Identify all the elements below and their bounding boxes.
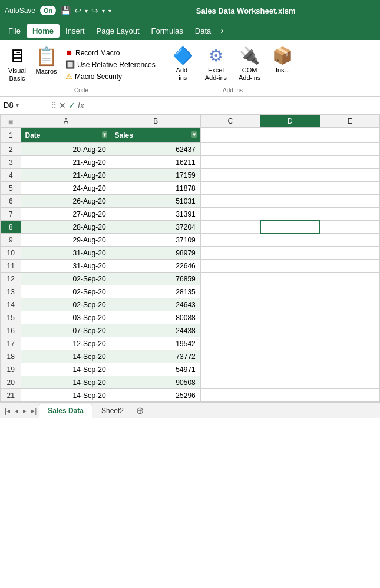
record-macro-button[interactable]: ⏺ Record Macro [63,47,122,58]
excel-addins-button[interactable]: ⚙ ExcelAdd-ins [200,45,232,83]
insert-addins-button[interactable]: 📦 Ins... [267,45,298,75]
cell-b18[interactable]: 73772 [111,350,200,363]
sheet-nav-prev[interactable]: ◂ [12,407,21,415]
cell-b21[interactable]: 25296 [111,389,200,402]
cell-b7[interactable]: 31391 [111,208,200,221]
cell-d6[interactable] [260,195,320,208]
cell-d19[interactable] [260,363,320,376]
cell-c6[interactable] [200,195,260,208]
cell-d7[interactable] [260,208,320,221]
formula-confirm-icon[interactable]: ✓ [68,101,75,110]
cell-b13[interactable]: 28135 [111,285,200,298]
cell-d10[interactable] [260,247,320,260]
cell-b12[interactable]: 76859 [111,273,200,285]
add-sheet-button[interactable]: ⊕ [133,405,147,416]
cell-b17[interactable]: 19542 [111,337,200,350]
cell-b5[interactable]: 11878 [111,182,200,195]
col-header-c[interactable]: C [200,115,260,128]
cell-b1[interactable]: Sales ▾ [111,128,200,143]
cell-c4[interactable] [200,169,260,182]
formula-fx-icon[interactable]: fx [78,101,84,110]
cell-c17[interactable] [200,337,260,350]
cell-b19[interactable]: 54971 [111,363,200,376]
cell-e11[interactable] [320,260,379,273]
cell-a13[interactable]: 02-Sep-20 [21,285,111,298]
cell-b16[interactable]: 24438 [111,324,200,337]
col-header-d[interactable]: D [260,115,320,128]
cell-d21[interactable] [260,389,320,402]
cell-c10[interactable] [200,247,260,260]
cell-c7[interactable] [200,208,260,221]
cell-c9[interactable] [200,234,260,247]
cell-b10[interactable]: 98979 [111,247,200,260]
menu-formulas[interactable]: Formulas [146,24,189,38]
save-icon[interactable]: 💾 [61,6,71,15]
macros-button[interactable]: 📋 Macros [32,45,61,77]
cell-b4[interactable]: 17159 [111,169,200,182]
cell-a14[interactable]: 02-Sep-20 [21,298,111,311]
cell-a16[interactable]: 07-Sep-20 [21,324,111,337]
cell-d2[interactable] [260,143,320,156]
cell-a12[interactable]: 02-Sep-20 [21,273,111,285]
cell-c15[interactable] [200,311,260,324]
cell-a7[interactable]: 27-Aug-20 [21,208,111,221]
cell-e13[interactable] [320,285,379,298]
macro-security-button[interactable]: ⚠ Macro Security [63,71,124,82]
cell-b15[interactable]: 80088 [111,311,200,324]
cell-a18[interactable]: 14-Sep-20 [21,350,111,363]
formula-cancel-icon[interactable]: ✕ [59,101,66,110]
cell-c19[interactable] [200,363,260,376]
cell-c1[interactable] [200,128,260,143]
cell-b3[interactable]: 16211 [111,156,200,169]
com-addins-button[interactable]: 🔌 COMAdd-ins [234,45,265,83]
sheet-tab-sales-data[interactable]: Sales Data [39,404,92,418]
cell-e2[interactable] [320,143,379,156]
date-filter-icon[interactable]: ▾ [102,131,107,138]
col-header-e[interactable]: E [320,115,379,128]
menu-data[interactable]: Data [189,24,217,38]
cell-e18[interactable] [320,350,379,363]
customize-qat-icon[interactable]: ▾ [108,8,111,14]
sheet-nav-first[interactable]: |◂ [2,407,12,415]
cell-b14[interactable]: 24643 [111,298,200,311]
cell-reference-box[interactable]: D8 ▾ [0,97,47,114]
cell-b20[interactable]: 90508 [111,376,200,389]
sheet-tab-sheet2[interactable]: Sheet2 [92,404,133,418]
cell-e7[interactable] [320,208,379,221]
cell-e12[interactable] [320,273,379,285]
cell-a4[interactable]: 21-Aug-20 [21,169,111,182]
cell-d12[interactable] [260,273,320,285]
cell-b11[interactable]: 22646 [111,260,200,273]
addins-button[interactable]: 🔷 Add-ins [168,45,198,83]
menu-home[interactable]: Home [27,24,60,38]
cell-d3[interactable] [260,156,320,169]
cell-e15[interactable] [320,311,379,324]
cell-d15[interactable] [260,311,320,324]
cell-d13[interactable] [260,285,320,298]
cell-e19[interactable] [320,363,379,376]
cell-c12[interactable] [200,273,260,285]
cell-a9[interactable]: 29-Aug-20 [21,234,111,247]
undo-icon[interactable]: ↩ [74,6,81,15]
cell-b6[interactable]: 51031 [111,195,200,208]
undo-dropdown-icon[interactable]: ▾ [85,8,88,14]
col-header-a[interactable]: A [21,115,111,128]
redo-dropdown-icon[interactable]: ▾ [102,8,105,14]
cell-a8[interactable]: 28-Aug-20 [21,221,111,234]
cell-c14[interactable] [200,298,260,311]
cell-a17[interactable]: 12-Sep-20 [21,337,111,350]
cell-e1[interactable] [320,128,379,143]
cell-d1[interactable] [260,128,320,143]
cell-b9[interactable]: 37109 [111,234,200,247]
cell-e3[interactable] [320,156,379,169]
cell-e8[interactable] [320,221,379,234]
cell-d17[interactable] [260,337,320,350]
col-header-b[interactable]: B [111,115,200,128]
cell-d16[interactable] [260,324,320,337]
cell-c16[interactable] [200,324,260,337]
cell-a11[interactable]: 31-Aug-20 [21,260,111,273]
cell-c20[interactable] [200,376,260,389]
redo-icon[interactable]: ↪ [91,6,98,15]
sales-filter-icon[interactable]: ▾ [191,131,197,138]
autosave-toggle[interactable]: On [40,6,56,15]
